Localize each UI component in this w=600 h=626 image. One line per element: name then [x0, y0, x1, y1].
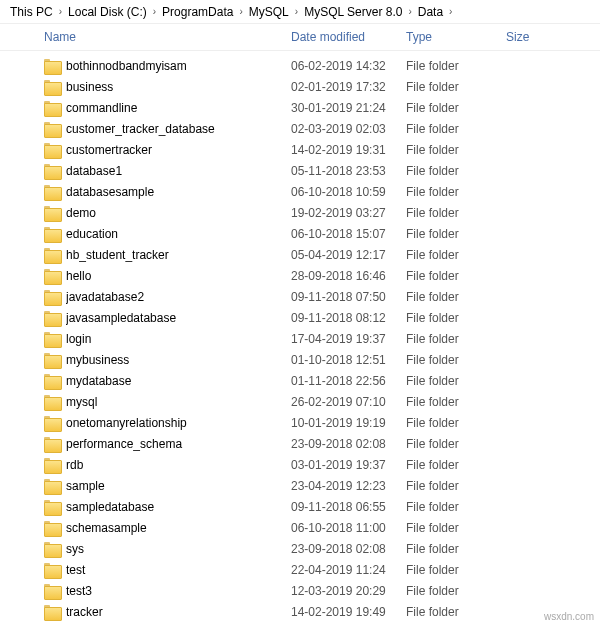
chevron-right-icon[interactable]: › — [406, 6, 413, 17]
folder-icon — [44, 605, 60, 619]
table-row[interactable]: business02-01-2019 17:32File folder — [0, 76, 600, 97]
table-row[interactable]: hb_student_tracker05-04-2019 12:17File f… — [0, 244, 600, 265]
table-row[interactable]: test22-04-2019 11:24File folder — [0, 559, 600, 580]
table-row[interactable]: demo19-02-2019 03:27File folder — [0, 202, 600, 223]
chevron-right-icon[interactable]: › — [151, 6, 158, 17]
file-name: demo — [66, 206, 291, 220]
folder-icon — [44, 164, 60, 178]
column-header-name[interactable]: Name — [44, 30, 291, 44]
table-row[interactable]: databasesample06-10-2018 10:59File folde… — [0, 181, 600, 202]
file-name: javasampledatabase — [66, 311, 291, 325]
folder-icon — [44, 395, 60, 409]
file-list: bothinnodbandmyisam06-02-2019 14:32File … — [0, 51, 600, 626]
table-row[interactable]: onetomanyrelationship10-01-2019 19:19Fil… — [0, 412, 600, 433]
file-type: File folder — [406, 500, 506, 514]
folder-icon — [44, 458, 60, 472]
breadcrumb-segment[interactable]: MySQL — [245, 5, 293, 19]
file-date: 14-02-2019 19:31 — [291, 143, 406, 157]
file-type: File folder — [406, 437, 506, 451]
file-date: 17-04-2019 19:37 — [291, 332, 406, 346]
file-date: 01-10-2018 12:51 — [291, 353, 406, 367]
folder-icon — [44, 290, 60, 304]
table-row[interactable]: universitydatabase06-10-2018 14:48File f… — [0, 622, 600, 626]
file-type: File folder — [406, 227, 506, 241]
file-date: 02-01-2019 17:32 — [291, 80, 406, 94]
breadcrumb-segment[interactable]: MySQL Server 8.0 — [300, 5, 406, 19]
table-row[interactable]: test312-03-2019 20:29File folder — [0, 580, 600, 601]
chevron-right-icon[interactable]: › — [447, 6, 454, 17]
file-type: File folder — [406, 605, 506, 619]
file-date: 06-10-2018 11:00 — [291, 521, 406, 535]
file-date: 06-02-2019 14:32 — [291, 59, 406, 73]
column-header-type[interactable]: Type — [406, 30, 506, 44]
file-name: customertracker — [66, 143, 291, 157]
breadcrumb-segment[interactable]: Local Disk (C:) — [64, 5, 151, 19]
file-name: hb_student_tracker — [66, 248, 291, 262]
table-row[interactable]: database105-11-2018 23:53File folder — [0, 160, 600, 181]
table-row[interactable]: mybusiness01-10-2018 12:51File folder — [0, 349, 600, 370]
file-type: File folder — [406, 416, 506, 430]
file-type: File folder — [406, 542, 506, 556]
file-type: File folder — [406, 332, 506, 346]
file-type: File folder — [406, 164, 506, 178]
table-row[interactable]: login17-04-2019 19:37File folder — [0, 328, 600, 349]
chevron-right-icon[interactable]: › — [237, 6, 244, 17]
table-row[interactable]: performance_schema23-09-2018 02:08File f… — [0, 433, 600, 454]
file-date: 09-11-2018 08:12 — [291, 311, 406, 325]
breadcrumb-segment[interactable]: Data — [414, 5, 447, 19]
file-type: File folder — [406, 563, 506, 577]
table-row[interactable]: bothinnodbandmyisam06-02-2019 14:32File … — [0, 55, 600, 76]
table-row[interactable]: customer_tracker_database02-03-2019 02:0… — [0, 118, 600, 139]
folder-icon — [44, 437, 60, 451]
file-date: 23-04-2019 12:23 — [291, 479, 406, 493]
table-row[interactable]: javasampledatabase09-11-2018 08:12File f… — [0, 307, 600, 328]
table-row[interactable]: mysql26-02-2019 07:10File folder — [0, 391, 600, 412]
table-row[interactable]: commandline30-01-2019 21:24File folder — [0, 97, 600, 118]
table-row[interactable]: sys23-09-2018 02:08File folder — [0, 538, 600, 559]
table-row[interactable]: education06-10-2018 15:07File folder — [0, 223, 600, 244]
file-date: 06-10-2018 10:59 — [291, 185, 406, 199]
file-name: onetomanyrelationship — [66, 416, 291, 430]
file-date: 01-11-2018 22:56 — [291, 374, 406, 388]
file-type: File folder — [406, 353, 506, 367]
file-name: commandline — [66, 101, 291, 115]
watermark: wsxdn.com — [544, 611, 594, 622]
file-name: mydatabase — [66, 374, 291, 388]
folder-icon — [44, 584, 60, 598]
file-type: File folder — [406, 311, 506, 325]
file-name: tracker — [66, 605, 291, 619]
table-row[interactable]: sampledatabase09-11-2018 06:55File folde… — [0, 496, 600, 517]
breadcrumb-segment[interactable]: ProgramData — [158, 5, 237, 19]
file-date: 19-02-2019 03:27 — [291, 206, 406, 220]
folder-icon — [44, 500, 60, 514]
column-header-row: Name Date modified Type Size — [0, 24, 600, 51]
table-row[interactable]: mydatabase01-11-2018 22:56File folder — [0, 370, 600, 391]
table-row[interactable]: javadatabase209-11-2018 07:50File folder — [0, 286, 600, 307]
file-date: 09-11-2018 07:50 — [291, 290, 406, 304]
folder-icon — [44, 542, 60, 556]
file-type: File folder — [406, 206, 506, 220]
folder-icon — [44, 122, 60, 136]
file-date: 22-04-2019 11:24 — [291, 563, 406, 577]
table-row[interactable]: sample23-04-2019 12:23File folder — [0, 475, 600, 496]
file-type: File folder — [406, 269, 506, 283]
breadcrumb[interactable]: This PC›Local Disk (C:)›ProgramData›MySQ… — [0, 0, 600, 24]
file-date: 03-01-2019 19:37 — [291, 458, 406, 472]
file-name: education — [66, 227, 291, 241]
column-header-size[interactable]: Size — [506, 30, 600, 44]
breadcrumb-segment[interactable]: This PC — [6, 5, 57, 19]
folder-icon — [44, 311, 60, 325]
file-type: File folder — [406, 143, 506, 157]
file-type: File folder — [406, 374, 506, 388]
file-date: 23-09-2018 02:08 — [291, 437, 406, 451]
folder-icon — [44, 227, 60, 241]
column-header-date[interactable]: Date modified — [291, 30, 406, 44]
folder-icon — [44, 479, 60, 493]
chevron-right-icon[interactable]: › — [293, 6, 300, 17]
table-row[interactable]: tracker14-02-2019 19:49File folder — [0, 601, 600, 622]
table-row[interactable]: customertracker14-02-2019 19:31File fold… — [0, 139, 600, 160]
chevron-right-icon[interactable]: › — [57, 6, 64, 17]
table-row[interactable]: schemasample06-10-2018 11:00File folder — [0, 517, 600, 538]
table-row[interactable]: hello28-09-2018 16:46File folder — [0, 265, 600, 286]
table-row[interactable]: rdb03-01-2019 19:37File folder — [0, 454, 600, 475]
